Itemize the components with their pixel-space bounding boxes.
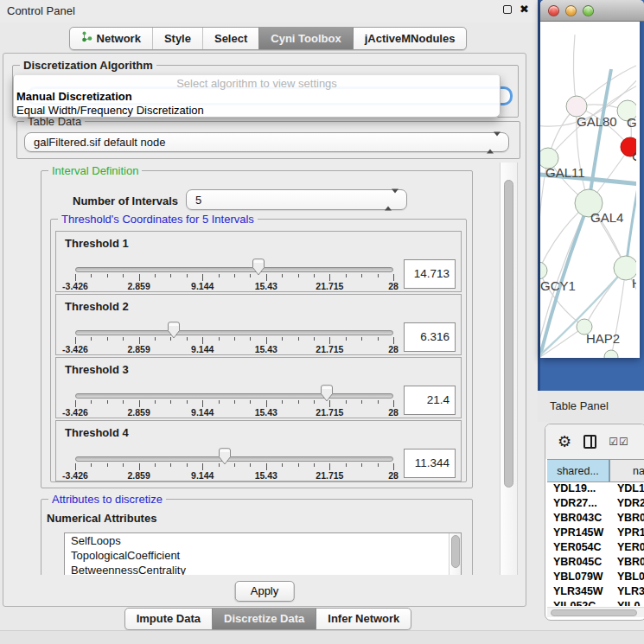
table-row[interactable]: YDR27...YDR2 xyxy=(547,497,644,512)
tick-label: 15.43 xyxy=(255,470,277,481)
threshold-3-panel: Threshold 3-3.4262.8599.14415.4321.71528… xyxy=(55,357,462,418)
control-panel-tab-bar: NetworkStyleSelectCyni ToolboxjActiveMNo… xyxy=(0,27,536,50)
attribute-topologicalcoefficient[interactable]: TopologicalCoefficient xyxy=(65,548,461,563)
number-of-intervals-value: 5 xyxy=(195,194,201,207)
bottom-tab-discretize-data[interactable]: Discretize Data xyxy=(212,609,316,629)
tab-network[interactable]: Network xyxy=(70,28,152,49)
attribute-selfloops[interactable]: SelfLoops xyxy=(65,533,461,548)
table-cell: YDL1 xyxy=(610,482,644,497)
table-cell: YPR145W xyxy=(547,526,610,541)
algorithm-placeholder: Select algorithm to view settings xyxy=(14,75,500,90)
tick-mark xyxy=(123,400,124,404)
table-row[interactable]: YBL079WYBL0 xyxy=(547,571,644,585)
threshold-2-slider[interactable]: -3.4262.8599.14415.4321.71528 xyxy=(75,295,393,356)
table-cell: YER0 xyxy=(610,541,644,556)
attributes-scrollbar[interactable] xyxy=(449,533,462,575)
threshold-3-slider[interactable]: -3.4262.8599.14415.4321.71528 xyxy=(75,358,393,419)
tick-mark xyxy=(266,274,267,281)
tick-mark xyxy=(329,463,330,470)
slider-track[interactable] xyxy=(75,456,393,462)
tick-mark xyxy=(329,400,330,407)
tab-label: Style xyxy=(164,32,191,45)
attributes-scroll-thumb[interactable] xyxy=(451,535,460,568)
column-header-shared[interactable]: shared... xyxy=(547,460,610,481)
table-cell: YIL052C xyxy=(547,600,610,606)
table-row[interactable]: YBR043CYBR0 xyxy=(547,512,644,526)
network-window-frame: GAL80GAGGAL11GAL4GCY1HHAP2 xyxy=(538,0,644,391)
threshold-4-slider[interactable]: -3.4262.8599.14415.4321.71528 xyxy=(75,421,393,482)
slider-thumb[interactable] xyxy=(320,385,334,402)
slider-tick-labels: -3.4262.8599.14415.4321.71528 xyxy=(75,407,393,418)
threshold-4-value-field[interactable]: 11.344 xyxy=(404,449,456,478)
tab-cyni-toolbox[interactable]: Cyni Toolbox xyxy=(258,28,352,49)
tick-label: -3.426 xyxy=(62,344,88,354)
discretization-algorithm-title: Discretization Algorithm xyxy=(20,59,156,72)
node-label-gcy1: GCY1 xyxy=(540,278,576,293)
zoom-traffic-light-icon[interactable] xyxy=(583,5,594,16)
tick-mark xyxy=(250,463,251,467)
slider-track[interactable] xyxy=(75,330,393,335)
tab-style[interactable]: Style xyxy=(152,28,202,49)
column-header-na[interactable]: na xyxy=(610,460,644,481)
split-columns-icon[interactable] xyxy=(583,435,596,449)
bottom-tab-impute-data[interactable]: Impute Data xyxy=(125,609,212,629)
threshold-3-value-field[interactable]: 21.4 xyxy=(404,386,456,415)
bottom-tab-infer-network[interactable]: Infer Network xyxy=(316,609,411,629)
tick-mark xyxy=(329,274,330,281)
tick-mark xyxy=(266,337,267,344)
tick-mark xyxy=(393,400,394,407)
threshold-1-value-field[interactable]: 14.713 xyxy=(404,259,456,289)
algorithm-option-manual-discretization[interactable]: Manual Discretization xyxy=(14,90,500,104)
number-of-intervals-combobox[interactable]: 5 xyxy=(186,189,407,210)
gear-icon[interactable]: ⚙ xyxy=(558,434,571,450)
table-row[interactable]: YDL19...YDL1 xyxy=(547,482,644,497)
tick-mark xyxy=(329,337,330,344)
network-canvas[interactable]: GAL80GAGGAL11GAL4GCY1HHAP2 xyxy=(540,22,636,358)
close-icon[interactable]: ✖ xyxy=(520,4,529,15)
tick-mark xyxy=(155,463,156,467)
float-window-icon[interactable] xyxy=(503,5,512,14)
panel-scroll-thumb[interactable] xyxy=(504,180,513,488)
threshold-2-value-field[interactable]: 6.316 xyxy=(404,322,456,352)
GCY1-node[interactable] xyxy=(540,262,547,279)
attribute-betweennesscentrality[interactable]: BetweennessCentrality xyxy=(65,563,461,575)
slider-thumb[interactable] xyxy=(252,258,265,276)
status-strip xyxy=(0,630,644,644)
table-data-combobox[interactable]: galFiltered.sif default node xyxy=(24,132,509,152)
minimize-traffic-light-icon[interactable] xyxy=(565,5,577,16)
slider-thumb[interactable] xyxy=(167,322,181,339)
table-data-group: Table Data galFiltered.sif default node xyxy=(16,121,520,159)
tick-mark xyxy=(378,400,379,404)
apply-button[interactable]: Apply xyxy=(235,581,295,602)
slider-track[interactable] xyxy=(75,267,393,272)
checkbox-icons[interactable]: ☑☑ xyxy=(609,436,629,448)
table-horizontal-scrollbar[interactable] xyxy=(547,607,644,617)
tick-mark xyxy=(202,463,203,470)
tick-mark xyxy=(361,463,362,467)
tick-mark xyxy=(202,337,203,344)
tick-mark xyxy=(250,274,251,277)
tab-select[interactable]: Select xyxy=(202,28,258,49)
table-row[interactable]: YER054CYER0 xyxy=(547,541,644,556)
bottom-node[interactable] xyxy=(604,350,618,358)
network-edge xyxy=(626,150,636,268)
table-row[interactable]: YLR345WYLR3 xyxy=(547,585,644,600)
table-hscroll-thumb[interactable] xyxy=(551,609,637,616)
table-row[interactable]: YPR145WYPR1 xyxy=(547,526,644,541)
table-row[interactable]: YIL052CYIL0 xyxy=(547,600,644,606)
numerical-attributes-list[interactable]: SelfLoopsTopologicalCoefficientBetweenne… xyxy=(64,532,462,575)
algorithm-option-equal-width-frequency-discretization[interactable]: Equal Width/Frequency Discretization xyxy=(14,104,500,118)
tick-mark xyxy=(139,337,140,344)
bottom-tab-group: Impute DataDiscretize DataInfer Network xyxy=(124,608,412,630)
table-row[interactable]: YBR045CYBR0 xyxy=(547,556,644,571)
slider-track[interactable] xyxy=(75,393,393,399)
close-traffic-light-icon[interactable] xyxy=(548,5,559,16)
table-header-row: shared...na xyxy=(547,459,644,482)
threshold-1-slider[interactable]: -3.4262.8599.14415.4321.71528 xyxy=(75,232,393,293)
panel-scrollbar[interactable] xyxy=(500,163,518,575)
tab-jactivemnodules[interactable]: jActiveMNodules xyxy=(353,28,467,49)
stepper-icon xyxy=(385,194,399,207)
network-window-titlebar[interactable] xyxy=(540,0,644,22)
tick-mark xyxy=(298,274,299,277)
slider-thumb[interactable] xyxy=(218,448,232,465)
